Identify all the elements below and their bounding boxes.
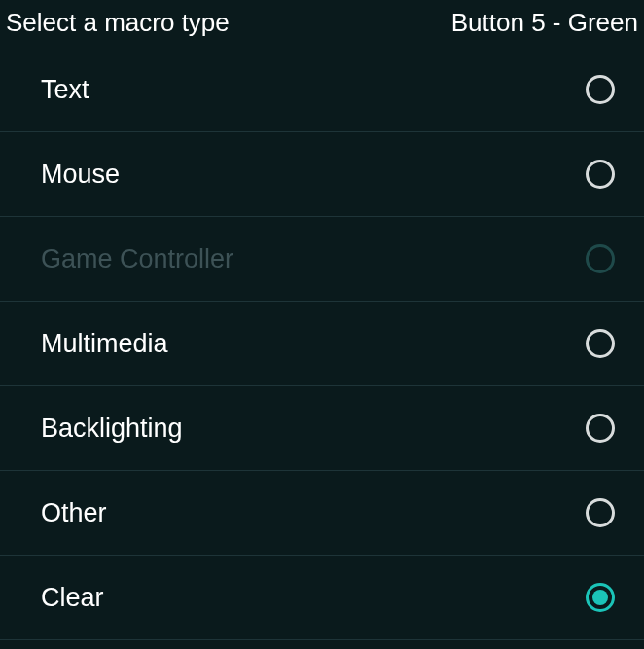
radio-icon: [586, 329, 615, 358]
macro-option-label: Other: [41, 498, 107, 528]
radio-icon: [586, 244, 615, 273]
dialog-title: Select a macro type: [6, 8, 230, 38]
dialog-context: Button 5 - Green: [451, 8, 638, 38]
macro-option-label: Multimedia: [41, 329, 168, 359]
dialog-header: Select a macro type Button 5 - Green: [0, 0, 644, 48]
macro-option-label: Backlighting: [41, 414, 183, 444]
macro-option-mouse[interactable]: Mouse: [0, 132, 644, 217]
macro-option-label: Mouse: [41, 160, 120, 190]
radio-icon-selected: [586, 583, 615, 612]
macro-option-label: Clear: [41, 583, 104, 613]
macro-option-multimedia[interactable]: Multimedia: [0, 302, 644, 386]
macro-option-text[interactable]: Text: [0, 48, 644, 132]
radio-icon: [586, 160, 615, 189]
macro-option-label: Game Controller: [41, 244, 233, 274]
radio-icon: [586, 498, 615, 527]
macro-option-other[interactable]: Other: [0, 471, 644, 556]
macro-option-game-controller: Game Controller: [0, 217, 644, 302]
macro-option-clear[interactable]: Clear: [0, 556, 644, 640]
radio-icon: [586, 414, 615, 443]
radio-icon: [586, 75, 615, 104]
macro-option-label: Text: [41, 75, 89, 105]
macro-type-list: Text Mouse Game Controller Multimedia Ba…: [0, 48, 644, 640]
macro-option-backlighting[interactable]: Backlighting: [0, 386, 644, 471]
